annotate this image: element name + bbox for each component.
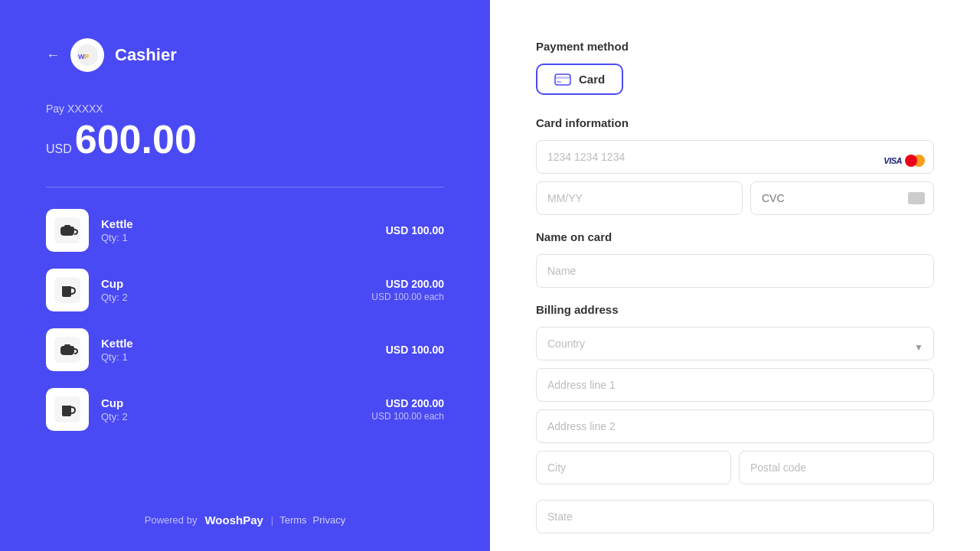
divider <box>46 187 444 187</box>
expiry-input[interactable] <box>536 181 743 215</box>
country-select[interactable]: Country United States United Kingdom Can… <box>536 327 934 360</box>
item-price: USD 100.00 <box>386 344 444 356</box>
country-wrapper: Country United States United Kingdom Can… <box>536 327 934 368</box>
payment-method-section: Payment method Card <box>536 40 934 95</box>
item-total: USD 100.00 <box>386 224 444 236</box>
cvc-wrapper <box>750 181 934 215</box>
address-line1-input[interactable] <box>536 368 934 402</box>
item-each: USD 100.00 each <box>371 411 444 422</box>
visa-badge: VISA <box>884 156 902 165</box>
item-total: USD 200.00 <box>371 278 444 290</box>
item-qty: Qty: 1 <box>101 351 374 363</box>
footer-separator: | <box>271 514 273 526</box>
amount-value: 600.00 <box>75 119 197 159</box>
list-item: Kettle Qty: 1 USD 100.00 <box>46 328 444 371</box>
state-input[interactable] <box>536 500 934 533</box>
card-info-section: Card information VISA <box>536 116 934 215</box>
item-thumbnail <box>46 269 89 311</box>
item-info: Cup Qty: 2 <box>101 396 359 422</box>
item-name: Kettle <box>101 217 374 230</box>
item-qty: Qty: 1 <box>101 232 374 243</box>
card-info-title: Card information <box>536 116 934 129</box>
mastercard-badge <box>905 155 925 167</box>
back-arrow-icon[interactable]: ← <box>46 47 60 64</box>
footer: Powered by WooshPay | Terms Privacy <box>46 514 444 551</box>
currency-label: USD <box>46 142 72 156</box>
expiry-cvc-row <box>536 181 934 215</box>
item-thumbnail <box>46 328 89 371</box>
card-number-input[interactable] <box>536 140 934 174</box>
svg-rect-11 <box>557 81 561 83</box>
billing-address-title: Billing address <box>536 303 934 316</box>
item-info: Kettle Qty: 1 <box>101 217 374 243</box>
powered-by-label: Powered by <box>145 514 198 526</box>
card-brands: VISA <box>884 155 925 167</box>
item-info: Cup Qty: 2 <box>101 277 359 303</box>
address-line2-input[interactable] <box>536 409 934 443</box>
item-thumbnail <box>46 209 89 252</box>
card-icon <box>554 73 571 86</box>
svg-rect-4 <box>64 225 70 227</box>
right-panel: Payment method Card Card information VIS… <box>490 0 980 551</box>
billing-address-section: Billing address Country United States Un… <box>536 303 934 533</box>
item-total: USD 200.00 <box>371 397 444 409</box>
name-on-card-title: Name on card <box>536 230 934 243</box>
postal-code-input[interactable] <box>739 451 934 484</box>
pay-label: Pay XXXXX <box>46 103 444 115</box>
item-qty: Qty: 2 <box>101 411 359 422</box>
card-method-button[interactable]: Card <box>536 64 623 95</box>
brand-name: WooshPay <box>204 514 263 527</box>
card-button-label: Card <box>579 73 605 86</box>
privacy-link[interactable]: Privacy <box>313 514 346 526</box>
item-price: USD 200.00 USD 100.00 each <box>371 397 444 422</box>
item-total: USD 100.00 <box>386 344 444 356</box>
card-number-wrapper: VISA <box>536 140 934 181</box>
item-price: USD 100.00 <box>386 224 444 236</box>
cvc-icon <box>908 192 925 204</box>
item-name: Kettle <box>101 337 374 350</box>
svg-rect-9 <box>555 74 570 85</box>
item-info: Kettle Qty: 1 <box>101 337 374 363</box>
terms-link[interactable]: Terms <box>279 514 306 526</box>
item-qty: Qty: 2 <box>101 292 359 303</box>
city-postal-row <box>536 451 934 484</box>
items-list: Kettle Qty: 1 USD 100.00 Cup Qty: 2 U <box>46 209 444 431</box>
list-item: Kettle Qty: 1 USD 100.00 <box>46 209 444 252</box>
item-thumbnail <box>46 388 89 431</box>
cvc-input[interactable] <box>750 181 934 215</box>
list-item: Cup Qty: 2 USD 200.00 USD 100.00 each <box>46 388 444 431</box>
left-panel: ← W P Cashier Pay XXXXX USD 600.00 <box>0 0 490 551</box>
logo: W P <box>70 38 104 72</box>
city-input[interactable] <box>536 451 731 484</box>
item-price: USD 200.00 USD 100.00 each <box>371 278 444 302</box>
svg-rect-7 <box>64 344 70 347</box>
header: ← W P Cashier <box>46 0 444 72</box>
mc-left-circle <box>905 155 917 167</box>
item-name: Cup <box>101 396 359 409</box>
name-on-card-section: Name on card <box>536 230 934 288</box>
payment-method-title: Payment method <box>536 40 934 53</box>
name-input[interactable] <box>536 254 934 288</box>
svg-text:P: P <box>84 53 89 60</box>
list-item: Cup Qty: 2 USD 200.00 USD 100.00 each <box>46 269 444 311</box>
item-name: Cup <box>101 277 359 290</box>
item-each: USD 100.00 each <box>371 292 444 302</box>
amount-row: USD 600.00 <box>46 119 444 159</box>
footer-links: | Terms Privacy <box>271 514 345 526</box>
svg-rect-10 <box>555 77 570 79</box>
cashier-title: Cashier <box>115 45 177 65</box>
